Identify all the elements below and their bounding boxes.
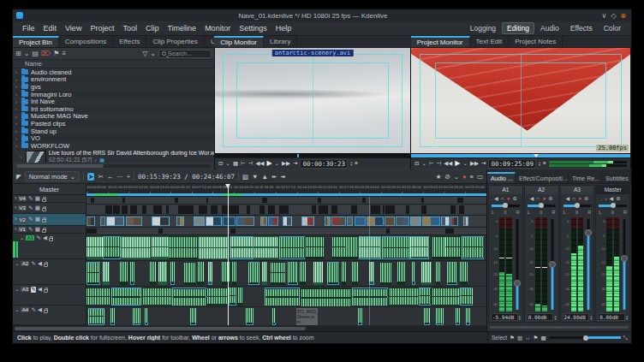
next-keyframe-button[interactable]: ↠ <box>280 173 285 181</box>
timeline-clip[interactable] <box>236 217 254 226</box>
timeline-clip[interactable] <box>122 198 125 203</box>
timeline-clip[interactable] <box>247 205 250 214</box>
timeline-clip[interactable] <box>447 262 457 285</box>
monitor-zoom-button[interactable]: ⊡ <box>218 161 223 167</box>
labeled-audio-clip[interactable]: 372_8610_LStereo to m <box>296 308 319 325</box>
tab-project-bin[interactable]: Project Bin <box>13 36 59 47</box>
timeline-clip[interactable] <box>260 217 267 226</box>
bin-folder-row[interactable]: ›Int sottomarino <box>13 105 214 113</box>
timeline-clip[interactable] <box>421 205 426 214</box>
play-button[interactable]: ▶ <box>266 160 271 167</box>
timeline-clip[interactable] <box>120 262 128 285</box>
pan-slider[interactable] <box>561 202 594 209</box>
timeline-clip[interactable] <box>288 262 298 285</box>
grid-icon[interactable]: ▩ <box>540 335 546 341</box>
timeline-clip[interactable] <box>383 205 385 214</box>
balance-value[interactable]: 0 <box>611 210 614 215</box>
track-row-a3[interactable] <box>86 287 486 307</box>
timeline-clip[interactable] <box>283 217 292 226</box>
timeline-clip[interactable] <box>199 205 205 214</box>
timeline-clip[interactable] <box>352 288 388 306</box>
chevron-right-icon[interactable]: › <box>15 84 19 89</box>
play-dropdown[interactable]: ⌄ <box>462 161 467 167</box>
lock-icon[interactable] <box>44 289 48 293</box>
timeline-clip[interactable] <box>166 205 168 214</box>
timeline-clip[interactable] <box>110 308 115 325</box>
collapse-icon[interactable]: ⌄ <box>15 287 19 293</box>
timeline-clip[interactable] <box>190 308 196 325</box>
timeline-clip[interactable] <box>466 308 471 325</box>
timeline-clip[interactable] <box>436 262 441 285</box>
lock-icon[interactable] <box>42 199 46 202</box>
timeline-clip[interactable] <box>248 262 259 285</box>
workspace-color[interactable]: Color <box>599 22 626 34</box>
timeline-clip[interactable] <box>106 217 124 226</box>
tab-compositions[interactable]: Compositions <box>59 36 113 47</box>
zone-out-button[interactable]: ⊣ <box>437 161 442 167</box>
record-button[interactable]: ● <box>462 173 467 181</box>
fader-knob[interactable] <box>621 255 628 262</box>
mute-icon[interactable]: ◀ <box>494 195 498 201</box>
add-clip-button[interactable]: ⊞ <box>15 50 21 57</box>
timeline-clip[interactable] <box>457 198 463 203</box>
gain-spinner[interactable]: ▴▾ <box>519 315 521 320</box>
timeline-clip[interactable] <box>406 205 409 214</box>
bin-hscrollbar-thumb[interactable] <box>16 164 104 168</box>
timeline-clip[interactable] <box>207 288 227 306</box>
monitor-menu-button[interactable]: ≡ <box>355 161 358 167</box>
filter-dropdown[interactable]: ⌄ <box>150 50 156 57</box>
edit-pencil-icon[interactable]: ✎ <box>31 261 35 267</box>
speaker-icon[interactable]: ◀ <box>38 287 42 293</box>
bin-folder-row[interactable]: ›Pasted clips <box>13 120 214 128</box>
selection-tool-button[interactable]: ➤ <box>87 173 94 181</box>
delete-button[interactable]: ⌦ <box>41 50 51 57</box>
chevron-right-icon[interactable]: › <box>15 92 19 97</box>
timeline-clip[interactable] <box>318 198 321 203</box>
timeline-clip[interactable] <box>100 217 105 226</box>
project-monitor-video[interactable]: 25.00fps <box>411 48 630 153</box>
timeline-clip[interactable] <box>238 288 243 306</box>
edit-mode-dropdown[interactable]: Normal mode ⌄ <box>25 171 80 181</box>
collapse-icon[interactable]: › <box>605 196 607 201</box>
monitor-zoom-button[interactable]: ⊡ <box>414 161 419 167</box>
maximize-button[interactable]: ◇ <box>609 12 618 20</box>
collapse-icon[interactable]: › <box>15 217 16 223</box>
workspace-logging[interactable]: Logging <box>465 22 501 34</box>
clip-timecode-display[interactable]: 00:00:30:23 <box>300 159 348 169</box>
timeline-clip[interactable] <box>86 236 103 259</box>
timeline-clip[interactable] <box>122 205 128 214</box>
timeline-clip[interactable] <box>279 236 306 259</box>
collapse-icon[interactable]: › <box>15 196 16 202</box>
bin-hscrollbar[interactable] <box>16 164 211 168</box>
workspace-effects[interactable]: Effects <box>565 22 598 34</box>
balance-value[interactable]: 0 <box>504 210 506 215</box>
timeline-clip[interactable] <box>183 205 190 214</box>
timeline-clip[interactable] <box>351 205 357 214</box>
timeline-clip[interactable] <box>432 236 444 259</box>
track-head-a3[interactable]: ⌄A3✎◀ <box>13 285 86 306</box>
timeline-clip[interactable] <box>460 288 473 306</box>
track-row-v1[interactable] <box>86 228 486 235</box>
effects-icon[interactable]: ⚙ <box>512 195 516 201</box>
record-arm-icon[interactable]: ● <box>507 196 510 201</box>
timeline-clip[interactable] <box>105 205 111 214</box>
track-head-v1[interactable]: ›V1✎▦ <box>13 226 86 234</box>
forward-button[interactable]: ▶▶ <box>282 161 290 167</box>
timeline-clip[interactable] <box>272 308 277 325</box>
chevron-right-icon[interactable]: › <box>15 121 19 126</box>
timeline-clip[interactable] <box>145 308 149 325</box>
monitor-menu-button[interactable]: ≡ <box>543 161 546 167</box>
collapse-icon[interactable]: › <box>15 227 16 233</box>
timeline-clip[interactable] <box>445 236 460 259</box>
menu-timeline[interactable]: Timeline <box>163 23 200 33</box>
menu-tool[interactable]: Tool <box>118 23 141 33</box>
pan-knob[interactable] <box>611 203 616 208</box>
bin-folder-row[interactable]: ›Musiche MAG Nave <box>13 113 214 121</box>
track-target-icon[interactable]: ◤ <box>16 173 21 181</box>
bin-folder-row[interactable]: ›gvs <box>13 83 214 91</box>
forward-button[interactable]: ▶▶ <box>470 161 479 167</box>
timecode-spinner[interactable]: ▴▾ <box>539 161 540 166</box>
track-head-v2[interactable]: ›V2✎▦ <box>13 214 86 226</box>
gain-value[interactable]: -5.94dB <box>491 313 518 321</box>
pan-knob[interactable] <box>575 203 580 208</box>
